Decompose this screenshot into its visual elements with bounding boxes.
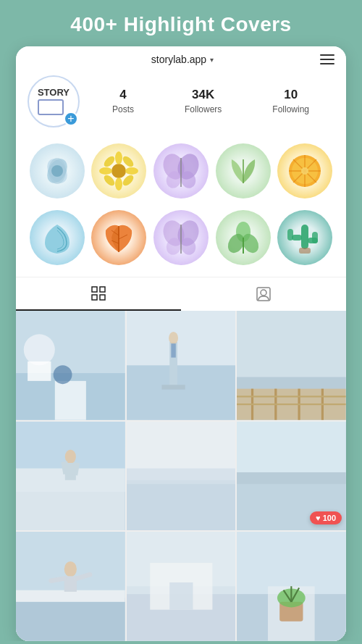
highlight-6[interactable] bbox=[30, 210, 85, 265]
svg-rect-59 bbox=[127, 365, 236, 419]
like-count: 100 bbox=[323, 514, 336, 522]
photo-cell-3[interactable] bbox=[237, 311, 346, 420]
svg-rect-83 bbox=[127, 468, 236, 484]
avatar-wrap: STORY + bbox=[28, 75, 80, 127]
photo-cell-2[interactable] bbox=[127, 311, 236, 420]
highlights-row-2 bbox=[16, 207, 346, 268]
svg-point-8 bbox=[99, 167, 112, 175]
svg-line-92 bbox=[51, 579, 64, 581]
posts-label: Posts bbox=[112, 104, 134, 114]
posts-stat: 4 Posts bbox=[112, 88, 134, 115]
svg-point-54 bbox=[24, 334, 55, 365]
ig-topbar: storylab.app ▾ bbox=[16, 46, 346, 70]
svg-rect-98 bbox=[169, 582, 193, 610]
svg-rect-49 bbox=[100, 295, 105, 300]
svg-rect-42 bbox=[287, 229, 293, 241]
tab-person[interactable] bbox=[181, 277, 346, 311]
following-stat: 10 Following bbox=[272, 88, 309, 115]
svg-point-5 bbox=[111, 164, 126, 178]
followers-label: Followers bbox=[185, 104, 222, 114]
highlights-row-1 bbox=[16, 141, 346, 201]
domain-text: storylab.app bbox=[151, 54, 206, 65]
followers-count: 34K bbox=[185, 88, 222, 102]
photo-grid: ♥100 bbox=[16, 311, 346, 641]
svg-rect-56 bbox=[55, 381, 86, 420]
svg-point-62 bbox=[169, 332, 178, 344]
highlight-4[interactable] bbox=[216, 143, 271, 198]
svg-point-26 bbox=[301, 167, 308, 175]
highlight-8[interactable] bbox=[153, 210, 209, 265]
svg-point-57 bbox=[54, 365, 72, 384]
svg-rect-61 bbox=[161, 385, 185, 389]
tab-grid[interactable] bbox=[16, 277, 181, 311]
svg-point-7 bbox=[115, 177, 122, 191]
following-label: Following bbox=[272, 104, 309, 114]
svg-rect-45 bbox=[299, 248, 311, 254]
svg-rect-82 bbox=[127, 480, 236, 530]
svg-rect-89 bbox=[16, 590, 125, 602]
svg-rect-46 bbox=[92, 287, 97, 292]
following-count: 10 bbox=[272, 88, 309, 102]
svg-rect-48 bbox=[92, 295, 97, 300]
svg-rect-88 bbox=[16, 598, 125, 641]
tab-bar bbox=[16, 277, 346, 311]
phone-card-top: storylab.app ▾ STORY + 4 Posts 34K bbox=[16, 46, 346, 641]
svg-rect-47 bbox=[100, 287, 105, 292]
topbar-center: storylab.app ▾ bbox=[151, 54, 214, 65]
svg-point-90 bbox=[64, 561, 77, 577]
svg-rect-63 bbox=[171, 343, 175, 357]
photo-cell-6[interactable]: ♥100 bbox=[237, 422, 346, 531]
posts-count: 4 bbox=[112, 88, 134, 102]
menu-icon[interactable] bbox=[320, 54, 334, 64]
svg-rect-44 bbox=[312, 232, 318, 243]
svg-point-6 bbox=[115, 151, 122, 164]
highlight-7[interactable] bbox=[91, 210, 146, 265]
followers-stat: 34K Followers bbox=[185, 88, 222, 115]
chevron-down-icon: ▾ bbox=[210, 56, 214, 64]
highlights-section bbox=[16, 135, 346, 277]
avatar-label: STORY bbox=[38, 88, 70, 115]
photo-cell-9[interactable] bbox=[237, 532, 346, 641]
svg-point-4 bbox=[51, 165, 63, 177]
photo-cell-4[interactable] bbox=[16, 422, 125, 531]
highlight-1[interactable] bbox=[30, 143, 85, 198]
page-header: 400+ Highlight Covers bbox=[0, 0, 362, 46]
profile-section: STORY + 4 Posts 34K Followers 10 Followi… bbox=[16, 70, 346, 135]
photo-cell-7[interactable] bbox=[16, 532, 125, 641]
highlight-5[interactable] bbox=[277, 143, 332, 198]
highlight-9[interactable] bbox=[216, 210, 271, 265]
add-story-button[interactable]: + bbox=[64, 112, 78, 126]
svg-point-9 bbox=[125, 167, 138, 175]
svg-point-51 bbox=[261, 290, 266, 296]
highlight-2[interactable] bbox=[91, 143, 146, 198]
like-badge: ♥100 bbox=[310, 511, 342, 524]
photo-cell-8[interactable] bbox=[127, 532, 236, 641]
stats-row: 4 Posts 34K Followers 10 Following bbox=[80, 88, 334, 115]
photo-cell-1[interactable] bbox=[16, 311, 125, 420]
svg-rect-40 bbox=[301, 225, 308, 249]
svg-rect-55 bbox=[28, 361, 51, 381]
highlight-3[interactable] bbox=[153, 143, 209, 198]
photo-cell-5[interactable] bbox=[127, 422, 236, 531]
svg-rect-86 bbox=[237, 472, 346, 484]
svg-rect-41 bbox=[292, 235, 302, 241]
highlight-10[interactable] bbox=[277, 210, 332, 265]
